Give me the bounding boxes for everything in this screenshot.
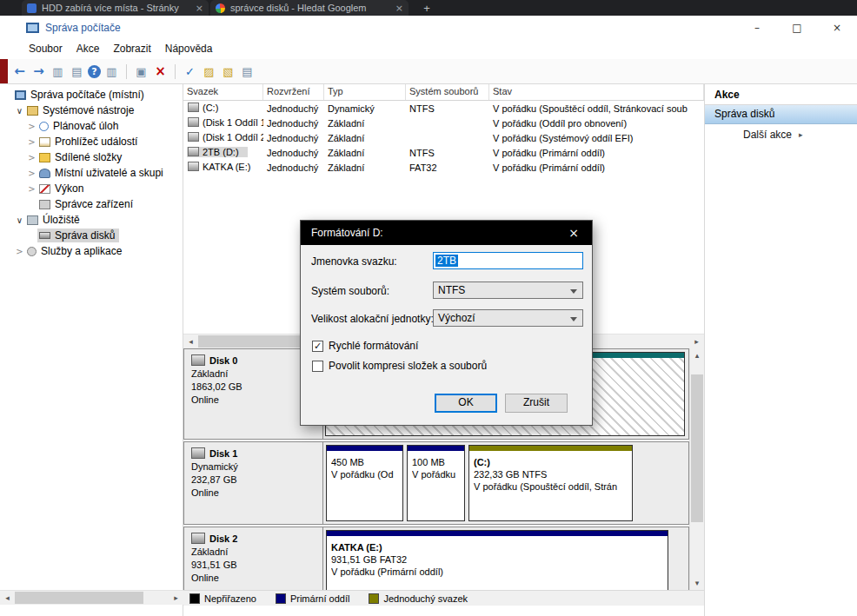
tree-item[interactable]: >Plánovač úloh <box>0 118 183 134</box>
disk-block: Disk 2Základní931,51 GBOnlineKATKA (E:)9… <box>183 527 689 590</box>
computer-management-app-icon <box>26 23 39 33</box>
chevron-expanded-icon[interactable]: ∨ <box>14 215 25 225</box>
checkbox-unchecked-icon <box>312 361 323 372</box>
partition[interactable]: KATKA (E:)931,51 GB FAT32V pořádku (Prim… <box>326 530 668 590</box>
tree-item[interactable]: Správce zařízení <box>0 196 183 212</box>
browser-tab[interactable]: HDD zabírá více místa - Stránky× <box>22 0 209 16</box>
scroll-down-icon[interactable]: ▾ <box>690 576 705 590</box>
format-dialog: Formátování D: × Jmenovka svazku: 2TB Sy… <box>300 220 593 426</box>
volume-label-input[interactable]: 2TB <box>433 252 583 269</box>
tree-item-label: Správa počítače (místní) <box>30 89 144 101</box>
open-folder-icon[interactable]: ▨ <box>201 63 217 81</box>
menu-item[interactable]: Nápověda <box>158 40 220 57</box>
legend-item: Primární oddíl <box>276 593 349 604</box>
disk-label[interactable]: Disk 2Základní931,51 GBOnline <box>184 527 323 590</box>
tree-item[interactable]: >Místní uživatelé a skupi <box>0 165 183 181</box>
partition[interactable]: (C:)232,33 GB NTFSV pořádku (Spouštěcí o… <box>468 445 633 521</box>
computer-icon <box>15 90 26 100</box>
scroll-right-icon[interactable]: ▸ <box>169 591 183 605</box>
menu-item[interactable]: Akce <box>70 40 107 57</box>
menu-item[interactable]: Soubor <box>22 40 70 57</box>
tree-item[interactable]: >Výkon <box>0 181 183 196</box>
tree-item-body: Úložiště <box>25 213 84 227</box>
dialog-close-button[interactable]: × <box>555 221 592 245</box>
scrollbar-thumb[interactable] <box>15 592 143 604</box>
back-icon[interactable]: ← <box>11 63 28 81</box>
ok-button[interactable]: OK <box>435 394 497 413</box>
volume-row[interactable]: KATKA (E:)JednoduchýZákladníFAT32V pořád… <box>183 160 704 175</box>
scroll-right-icon[interactable]: ▸ <box>689 334 704 348</box>
quick-format-checkbox[interactable]: ✓ Rychlé formátování <box>312 340 418 352</box>
tree-item[interactable]: >Sdílené složky <box>0 149 183 165</box>
delete-icon[interactable]: × <box>152 63 169 81</box>
tab-close-icon[interactable]: × <box>395 3 403 14</box>
list-icon[interactable]: ▤ <box>239 63 256 81</box>
chevron-collapsed-icon[interactable]: > <box>26 137 37 147</box>
console-tree-pane: Správa počítače (místní)∨Systémové nástr… <box>0 84 183 616</box>
column-header[interactable]: Typ <box>324 84 406 100</box>
column-header[interactable]: Stav <box>489 84 704 100</box>
volume-cell: Jednoduchý <box>263 118 324 129</box>
volume-row[interactable]: 2TB (D:)JednoduchýZákladníNTFSV pořádku … <box>183 145 704 160</box>
volume-cell: 2TB (D:) <box>183 147 263 159</box>
compression-checkbox[interactable]: Povolit kompresi složek a souborů <box>312 360 487 372</box>
chevron-collapsed-icon[interactable]: > <box>14 247 25 256</box>
cancel-button[interactable]: Zrušit <box>505 394 568 413</box>
close-button[interactable]: × <box>817 16 857 40</box>
users-icon <box>39 169 50 178</box>
disk-name-row: Disk 1 <box>191 447 316 459</box>
tree-item[interactable]: Správa disků <box>0 228 183 243</box>
tree-item[interactable]: Správa počítače (místní) <box>0 87 183 103</box>
volume-label-value: 2TB <box>435 255 458 267</box>
partition[interactable]: 100 MBV pořádku <box>407 445 465 521</box>
volume-cell: Základní <box>324 162 406 173</box>
volume-row[interactable]: (Disk 1 Oddíl 2)JednoduchýZákladníV pořá… <box>183 130 704 145</box>
scroll-left-icon[interactable]: ◂ <box>0 591 15 605</box>
actions-more[interactable]: Další akce ▸ <box>705 124 857 145</box>
column-header[interactable]: Systém souborů <box>406 84 489 100</box>
partition-line: 931,51 GB FAT32 <box>331 553 663 566</box>
tree-item[interactable]: >Prohlížeč událostí <box>0 134 183 149</box>
scrollbar-thumb[interactable] <box>691 374 703 522</box>
show-console-tree-icon[interactable]: ▥ <box>50 63 66 81</box>
column-header[interactable]: Svazek <box>183 84 263 100</box>
tree-item[interactable]: >Služby a aplikace <box>0 243 183 259</box>
column-header[interactable]: Rozvržení <box>263 84 324 100</box>
partition[interactable]: 450 MBV pořádku (Od <box>326 445 403 521</box>
browser-tab[interactable]: správce disků - Hledat Googlem× <box>210 0 409 16</box>
chevron-expanded-icon[interactable]: ∨ <box>14 106 25 116</box>
volume-cell: Základní <box>324 118 406 129</box>
volume-name: (C:) <box>187 103 227 113</box>
chevron-collapsed-icon[interactable]: > <box>26 169 37 178</box>
disk-vertical-scrollbar[interactable]: ▴ ▾ <box>689 348 704 590</box>
disk-partitions: KATKA (E:)931,51 GB FAT32V pořádku (Prim… <box>323 527 688 590</box>
show-action-pane-icon[interactable]: ▥ <box>103 63 120 81</box>
volume-row[interactable]: (Disk 1 Oddíl 1)JednoduchýZákladníV pořá… <box>183 116 704 130</box>
volume-icon <box>188 147 199 156</box>
find-folder-icon[interactable]: ▧ <box>220 63 236 81</box>
minimize-button[interactable]: – <box>737 16 777 40</box>
scroll-left-icon[interactable]: ◂ <box>183 334 198 348</box>
allocation-unit-select[interactable]: Výchozí <box>433 309 583 327</box>
actions-selected-item[interactable]: Správa disků <box>705 105 857 124</box>
properties-check-icon[interactable]: ✓ <box>182 63 198 81</box>
filesystem-select[interactable]: NTFS <box>433 282 583 299</box>
menu-item[interactable]: Zobrazit <box>106 40 157 57</box>
chevron-collapsed-icon[interactable]: > <box>26 153 37 162</box>
chevron-collapsed-icon[interactable]: > <box>26 122 37 131</box>
volume-row[interactable]: (C:)JednoduchýDynamickýNTFSV pořádku (Sp… <box>183 101 704 116</box>
tree-item[interactable]: ∨Systémové nástroje <box>0 103 183 118</box>
export-list-icon[interactable]: ▤ <box>69 63 85 81</box>
console-window-icon[interactable]: ▣ <box>133 63 149 81</box>
maximize-button[interactable]: □ <box>777 16 817 40</box>
tree-horizontal-scrollbar[interactable]: ◂ ▸ <box>0 590 183 605</box>
scroll-up-icon[interactable]: ▴ <box>690 348 705 362</box>
help-icon[interactable]: ? <box>88 65 101 78</box>
forward-icon[interactable]: → <box>30 63 47 81</box>
chevron-collapsed-icon[interactable]: > <box>26 184 37 194</box>
tree-item[interactable]: ∨Úložiště <box>0 212 183 228</box>
tab-close-icon[interactable]: × <box>196 3 203 14</box>
volume-cell: (Disk 1 Oddíl 1) <box>183 117 263 129</box>
new-tab-button[interactable]: + <box>419 2 435 15</box>
disk-label[interactable]: Disk 1Dynamický232,87 GBOnline <box>184 442 323 524</box>
